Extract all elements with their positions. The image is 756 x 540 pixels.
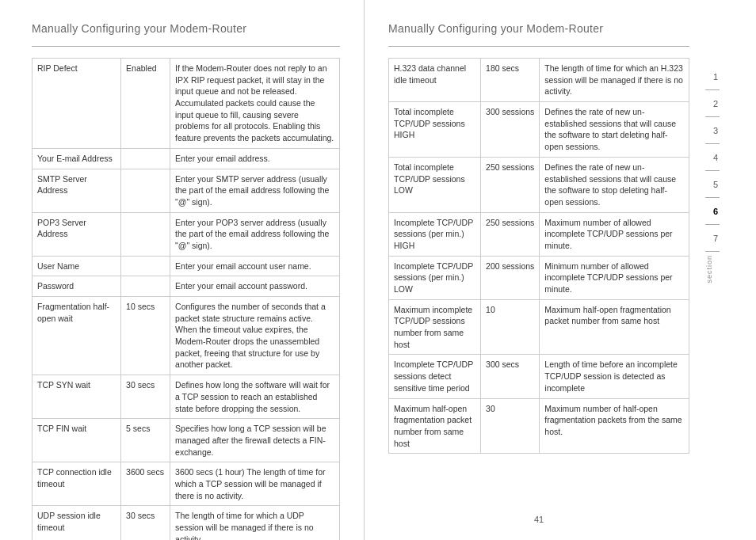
row-value: 10 (481, 299, 540, 355)
row-desc: Defines the rate of new un-established s… (540, 102, 689, 158)
row-value: 300 sessions (481, 102, 540, 158)
row-value: 250 sessions (481, 157, 540, 212)
row-value (121, 169, 170, 212)
row-value: 200 sessions (481, 256, 540, 299)
row-label: TCP SYN wait (32, 375, 121, 419)
row-value: 30 secs (121, 375, 170, 419)
row-desc: Enter your SMTP server address (usually … (170, 169, 340, 212)
table-row: Incomplete TCP/UDP sessions (per min.) L… (389, 256, 689, 299)
table-row: Password Enter your email account passwo… (32, 276, 340, 297)
row-label: Maximum incomplete TCP/UDP sessions numb… (389, 299, 481, 355)
row-value: 30 secs (121, 506, 170, 540)
row-value (121, 256, 170, 276)
table-row: UDP session idle timeout 30 secs The len… (32, 506, 340, 540)
row-desc: 3600 secs (1 hour) The length of time fo… (170, 462, 340, 506)
row-label: POP3 Server Address (32, 212, 121, 256)
section-num-4: 4 (705, 144, 720, 171)
right-page-title: Manually Configuring your Modem-Router (388, 22, 689, 35)
row-label: UDP session idle timeout (32, 506, 121, 540)
row-value (121, 148, 170, 169)
table-row: Incomplete TCP/UDP sessions detect sensi… (389, 355, 689, 398)
table-row: H.323 data channel idle timeout 180 secs… (389, 59, 689, 102)
row-label: Incomplete TCP/UDP sessions detect sensi… (389, 355, 481, 398)
table-row: Incomplete TCP/UDP sessions (per min.) H… (389, 212, 689, 256)
row-label: H.323 data channel idle timeout (389, 59, 481, 102)
left-table: RIP Defect Enabled If the Modem-Router d… (32, 58, 340, 540)
row-label: RIP Defect (32, 59, 121, 149)
table-row: TCP SYN wait 30 secs Defines how long th… (32, 375, 340, 419)
row-desc: Configures the number of seconds that a … (170, 297, 340, 375)
row-desc: Maximum half-open fragmentation packet n… (540, 299, 689, 355)
row-desc: The length of time for which an H.323 se… (540, 59, 689, 102)
row-desc: Maximum number of half-open fragmentatio… (540, 398, 689, 454)
row-label: SMTP Server Address (32, 169, 121, 212)
row-value (121, 212, 170, 256)
row-value: 300 secs (481, 355, 540, 398)
row-value (121, 276, 170, 297)
table-row: Total incomplete TCP/UDP sessions HIGH 3… (389, 102, 689, 158)
row-desc: Defines how long the software will wait … (170, 375, 340, 419)
row-label: Your E-mail Address (32, 148, 121, 169)
row-value: 3600 secs (121, 462, 170, 506)
table-row: Maximum half-open fragmentation packet n… (389, 398, 689, 454)
section-num-1: 1 (705, 63, 720, 90)
row-label: User Name (32, 256, 121, 276)
table-row: User Name Enter your email account user … (32, 256, 340, 276)
table-row: Maximum incomplete TCP/UDP sessions numb… (389, 299, 689, 355)
right-divider (388, 46, 689, 47)
section-label: section (705, 255, 720, 283)
row-desc: Defines the rate of new un-established s… (540, 157, 689, 212)
row-label: Total incomplete TCP/UDP sessions HIGH (389, 102, 481, 158)
table-row: RIP Defect Enabled If the Modem-Router d… (32, 59, 340, 149)
row-desc: Enter your POP3 server address (usually … (170, 212, 340, 256)
row-value: 250 sessions (481, 212, 540, 256)
row-value: 5 secs (121, 419, 170, 462)
table-row: SMTP Server Address Enter your SMTP serv… (32, 169, 340, 212)
row-label: Fragmentation half-open wait (32, 297, 121, 375)
section-num-2: 2 (705, 90, 720, 117)
table-row: Your E-mail Address Enter your email add… (32, 148, 340, 169)
section-num-5: 5 (705, 171, 720, 198)
row-value: 30 (481, 398, 540, 454)
table-row: Total incomplete TCP/UDP sessions LOW 25… (389, 157, 689, 212)
right-table: H.323 data channel idle timeout 180 secs… (388, 58, 689, 454)
row-value: 10 secs (121, 297, 170, 375)
row-desc: Enter your email address. (170, 148, 340, 169)
row-label: TCP connection idle timeout (32, 462, 121, 506)
left-page: Manually Configuring your Modem-Router R… (0, 0, 365, 540)
row-desc: Length of time before an incomplete TCP/… (540, 355, 689, 398)
right-page-number: 41 (388, 507, 689, 524)
right-page: Manually Configuring your Modem-Router H… (365, 0, 729, 540)
table-row: TCP FIN wait 5 secs Specifies how long a… (32, 419, 340, 462)
row-label: Incomplete TCP/UDP sessions (per min.) L… (389, 256, 481, 299)
row-value: Enabled (121, 59, 170, 149)
row-desc: Enter your email account user name. (170, 256, 340, 276)
table-row: Fragmentation half-open wait 10 secs Con… (32, 297, 340, 375)
section-num-3: 3 (705, 117, 720, 144)
row-label: Maximum half-open fragmentation packet n… (389, 398, 481, 454)
row-desc: If the Modem-Router does not reply to an… (170, 59, 340, 149)
row-desc: Specifies how long a TCP session will be… (170, 419, 340, 462)
row-desc: Maximum number of allowed incomplete TCP… (540, 212, 689, 256)
row-desc: Minimum number of allowed incomplete TCP… (540, 256, 689, 299)
row-desc: The length of time for which a UDP sessi… (170, 506, 340, 540)
section-num-6: 6 (705, 198, 720, 225)
row-label: Incomplete TCP/UDP sessions (per min.) H… (389, 212, 481, 256)
left-page-title: Manually Configuring your Modem-Router (32, 22, 340, 35)
section-num-7: 7 (705, 225, 720, 252)
row-desc: Enter your email account password. (170, 276, 340, 297)
left-divider (32, 46, 340, 47)
row-label: TCP FIN wait (32, 419, 121, 462)
row-value: 180 secs (481, 59, 540, 102)
row-label: Password (32, 276, 121, 297)
table-row: POP3 Server Address Enter your POP3 serv… (32, 212, 340, 256)
row-label: Total incomplete TCP/UDP sessions LOW (389, 157, 481, 212)
table-row: TCP connection idle timeout 3600 secs 36… (32, 462, 340, 506)
section-numbers: 1234567 section (705, 63, 720, 283)
